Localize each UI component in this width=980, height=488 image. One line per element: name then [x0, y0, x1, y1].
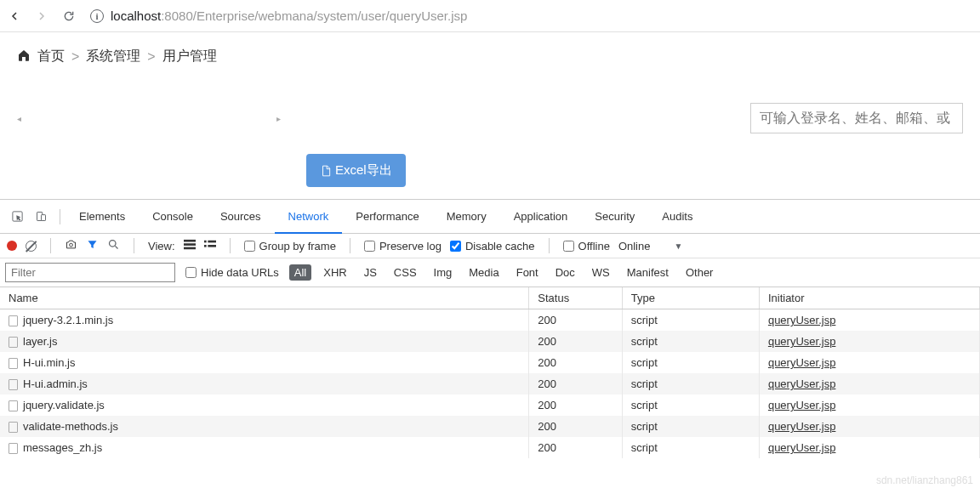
initiator-link[interactable]: queryUser.jsp [768, 399, 835, 411]
filter-type-manifest[interactable]: Manifest [622, 264, 674, 281]
file-icon [9, 337, 18, 348]
table-row[interactable]: layer.js200scriptqueryUser.jsp [0, 331, 980, 352]
search-icon[interactable] [107, 238, 120, 253]
back-button[interactable] [7, 9, 22, 24]
screenshot-icon[interactable] [65, 238, 77, 253]
scroll-left-icon[interactable]: ◂ [17, 114, 21, 123]
tab-application[interactable]: Application [500, 205, 582, 228]
table-row[interactable]: jquery.validate.js200scriptqueryUser.jsp [0, 394, 980, 416]
device-toggle-icon[interactable] [31, 207, 51, 227]
svg-rect-8 [204, 240, 207, 242]
reload-button[interactable] [61, 9, 77, 24]
col-type[interactable]: Type [622, 287, 759, 309]
site-info-icon[interactable]: i [90, 9, 104, 23]
initiator-link[interactable]: queryUser.jsp [768, 377, 835, 390]
table-row[interactable]: validate-methods.js200scriptqueryUser.js… [0, 416, 980, 437]
tab-audits[interactable]: Audits [648, 205, 706, 228]
filter-type-doc[interactable]: Doc [550, 264, 580, 281]
svg-point-4 [110, 241, 117, 247]
col-initiator[interactable]: Initiator [759, 287, 979, 309]
tab-console[interactable]: Console [139, 205, 207, 228]
tab-network[interactable]: Network [275, 205, 343, 234]
filter-type-xhr[interactable]: XHR [318, 264, 351, 281]
table-row[interactable]: H-ui.admin.js200scriptqueryUser.jsp [0, 373, 980, 394]
col-status[interactable]: Status [529, 287, 622, 309]
filter-type-font[interactable]: Font [511, 264, 544, 281]
forward-button[interactable] [34, 9, 49, 24]
table-row[interactable]: H-ui.min.js200scriptqueryUser.jsp [0, 352, 980, 373]
offline-check[interactable]: Offline [563, 240, 610, 253]
breadcrumb-home[interactable]: 首页 [37, 48, 65, 65]
view-label: View: [148, 240, 175, 253]
clear-button[interactable] [26, 241, 37, 252]
chevron-down-icon[interactable]: ▼ [674, 241, 682, 251]
table-row[interactable]: messages_zh.js200scriptqueryUser.jsp [0, 437, 980, 458]
page-content: 首页 > 系统管理 > 用户管理 ◂ ▸ Excel导出 [0, 32, 980, 187]
excel-export-label: Excel导出 [335, 162, 392, 179]
svg-rect-11 [208, 245, 216, 247]
table-row[interactable]: jquery-3.2.1.min.js200scriptqueryUser.js… [0, 309, 980, 332]
initiator-link[interactable]: queryUser.jsp [768, 441, 835, 454]
svg-rect-2 [41, 215, 45, 221]
svg-rect-10 [204, 245, 207, 247]
throttle-select[interactable]: Online [618, 240, 651, 253]
filter-input[interactable] [5, 263, 175, 282]
network-toolbar: View: Group by frame Preserve log Disabl… [0, 234, 980, 258]
file-icon [9, 443, 18, 454]
filter-type-all[interactable]: All [289, 264, 311, 281]
svg-rect-6 [184, 243, 196, 246]
inspect-element-icon[interactable] [7, 207, 27, 227]
devtools-panel: ElementsConsoleSourcesNetworkPerformance… [0, 199, 980, 458]
disable-cache-check[interactable]: Disable cache [450, 240, 535, 253]
url-text: localhost:8080/Enterprise/webmana/system… [111, 9, 467, 23]
search-input[interactable] [750, 103, 963, 133]
scroll-right-icon[interactable]: ▸ [276, 114, 281, 123]
browser-toolbar: i localhost:8080/Enterprise/webmana/syst… [0, 0, 980, 32]
breadcrumb-sep: > [71, 49, 79, 65]
devtools-tabs: ElementsConsoleSourcesNetworkPerformance… [0, 200, 980, 234]
tab-security[interactable]: Security [581, 205, 648, 228]
filter-type-ws[interactable]: WS [587, 264, 615, 281]
initiator-link[interactable]: queryUser.jsp [768, 356, 835, 369]
content-row: ◂ ▸ [17, 103, 963, 133]
initiator-link[interactable]: queryUser.jsp [768, 314, 835, 326]
initiator-link[interactable]: queryUser.jsp [768, 335, 835, 348]
file-icon [9, 422, 18, 433]
large-rows-icon[interactable] [184, 239, 196, 253]
filter-toggle-icon[interactable] [86, 238, 99, 253]
address-bar[interactable]: i localhost:8080/Enterprise/webmana/syst… [88, 5, 973, 26]
svg-rect-7 [184, 247, 196, 249]
breadcrumb-level1[interactable]: 系统管理 [86, 48, 140, 65]
network-table: Name Status Type Initiator jquery-3.2.1.… [0, 287, 980, 458]
home-icon[interactable] [17, 48, 31, 65]
tab-elements[interactable]: Elements [66, 205, 139, 228]
filter-type-js[interactable]: JS [359, 264, 382, 281]
svg-rect-9 [208, 240, 216, 242]
svg-rect-5 [184, 239, 196, 241]
tab-performance[interactable]: Performance [342, 205, 432, 228]
horizontal-scrollbar[interactable]: ◂ ▸ [17, 112, 281, 124]
filter-type-media[interactable]: Media [464, 264, 504, 281]
network-filter-row: Hide data URLs AllXHRJSCSSImgMediaFontDo… [0, 258, 980, 287]
excel-export-button[interactable]: Excel导出 [306, 154, 406, 187]
overview-icon[interactable] [204, 239, 216, 253]
group-by-frame-check[interactable]: Group by frame [244, 240, 336, 253]
file-icon [9, 315, 18, 326]
initiator-link[interactable]: queryUser.jsp [768, 420, 835, 433]
breadcrumb-sep: > [147, 49, 155, 65]
file-icon [9, 358, 18, 369]
file-icon [9, 400, 18, 411]
svg-point-3 [70, 243, 73, 247]
file-icon [320, 165, 332, 177]
filter-type-css[interactable]: CSS [389, 264, 422, 281]
breadcrumb-level2[interactable]: 用户管理 [162, 48, 217, 65]
filter-type-img[interactable]: Img [429, 264, 458, 281]
filter-type-other[interactable]: Other [681, 264, 719, 281]
file-icon [9, 379, 18, 390]
hide-data-urls-check[interactable]: Hide data URLs [185, 266, 279, 279]
record-button[interactable] [7, 241, 17, 251]
col-name[interactable]: Name [0, 287, 529, 309]
preserve-log-check[interactable]: Preserve log [364, 240, 442, 253]
tab-memory[interactable]: Memory [433, 205, 500, 228]
tab-sources[interactable]: Sources [207, 205, 275, 228]
